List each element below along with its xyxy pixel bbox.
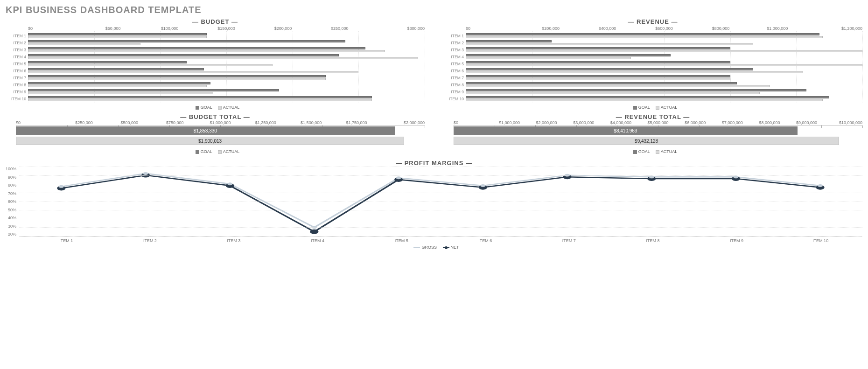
axis-tick: $0: [454, 120, 491, 125]
gross-line: [61, 174, 820, 227]
bar-row: ITEM 4: [28, 53, 425, 60]
axis-tick: $50,000: [84, 26, 141, 31]
revenue-title: REVENUE: [443, 18, 862, 25]
goal-bar: [466, 47, 730, 49]
legend-swatch-actual: [656, 150, 659, 154]
axis-tick: ITEM 10: [778, 238, 862, 243]
budget-total-legend: GOAL ACTUAL: [6, 149, 425, 154]
axis-tick: $750,000: [152, 120, 197, 125]
bar-row: ITEM 7: [28, 74, 425, 81]
budget-chart: BUDGET $0$50,000$100,000$150,000$200,000…: [6, 18, 425, 110]
actual-bar: [28, 64, 273, 66]
goal-bar: [466, 82, 737, 84]
goal-bar: [28, 61, 187, 63]
profit-x-axis: ITEM 1ITEM 2ITEM 3ITEM 4ITEM 5ITEM 6ITEM…: [24, 238, 862, 243]
axis-tick: $2,000,000: [379, 120, 425, 125]
goal-bar: [466, 33, 819, 35]
legend-swatch-net: [443, 247, 449, 248]
goal-bar: [28, 82, 210, 84]
revenue-total-legend: GOAL ACTUAL: [443, 149, 862, 154]
axis-tick: 30%: [6, 224, 16, 229]
category-label: ITEM 8: [6, 83, 26, 87]
revenue-total-goal-bar: $8,410,963: [454, 126, 798, 135]
axis-tick: 70%: [6, 191, 16, 196]
actual-bar: [466, 78, 730, 80]
axis-tick: $1,500,000: [288, 120, 334, 125]
axis-tick: ITEM 3: [192, 238, 276, 243]
bar-row: ITEM 10: [466, 95, 862, 102]
actual-bar: [28, 85, 207, 87]
axis-tick: $8,000,000: [751, 120, 788, 125]
legend-swatch-goal: [633, 150, 637, 154]
profit-margins-chart: PROFIT MARGINS 100%90%80%70%60%50%40%30%…: [6, 160, 862, 250]
category-label: ITEM 6: [443, 69, 464, 73]
axis-tick: 50%: [6, 208, 16, 212]
category-label: ITEM 10: [6, 97, 26, 101]
actual-bar: [466, 36, 823, 38]
revenue-total-chart: REVENUE TOTAL $0$1,000,000$2,000,000$3,0…: [443, 113, 862, 154]
legend-label-goal: GOAL: [201, 149, 212, 154]
budget-total-goal-bar: $1,853,330: [16, 126, 395, 135]
profit-y-axis: 100%90%80%70%60%50%40%30%20%: [6, 167, 19, 237]
actual-bar: [466, 64, 862, 66]
profit-legend: GROSS NET: [6, 245, 862, 250]
profit-title: PROFIT MARGINS: [6, 160, 862, 167]
gross-point: [480, 184, 485, 187]
category-label: ITEM 5: [6, 62, 26, 66]
axis-tick: $1,750,000: [334, 120, 379, 125]
profit-plot-area: [19, 167, 862, 237]
category-label: ITEM 6: [6, 69, 26, 73]
legend-label-goal: GOAL: [201, 105, 212, 110]
axis-tick: $100,000: [141, 26, 198, 31]
actual-bar: [28, 71, 358, 73]
axis-tick: $200,000: [255, 26, 311, 31]
bar-row: ITEM 8: [28, 81, 425, 88]
actual-bar: [466, 92, 760, 94]
category-label: ITEM 1: [443, 34, 464, 38]
axis-tick: 40%: [6, 216, 16, 220]
axis-tick: ITEM 7: [527, 238, 611, 243]
axis-tick: $150,000: [198, 26, 254, 31]
axis-tick: $10,000,000: [825, 120, 862, 125]
actual-bar: [28, 43, 140, 45]
legend-label-actual: ACTUAL: [661, 105, 678, 110]
bar-row: ITEM 2: [466, 39, 862, 46]
goal-bar: [466, 54, 671, 56]
axis-tick: $200,000: [522, 26, 579, 31]
bar-row: ITEM 4: [466, 53, 862, 60]
axis-tick: $0: [16, 120, 61, 125]
category-label: ITEM 5: [443, 62, 464, 66]
revenue-total-actual-bar: $9,432,128: [454, 137, 839, 145]
legend-swatch-goal: [196, 106, 199, 110]
revenue-chart: REVENUE $0$200,000$400,000$600,000$800,0…: [443, 18, 862, 110]
goal-bar: [28, 54, 339, 56]
actual-bar: [28, 57, 418, 59]
actual-bar: [466, 50, 862, 52]
goal-bar: [28, 40, 345, 42]
axis-tick: ITEM 6: [443, 238, 527, 243]
axis-tick: $4,000,000: [602, 120, 640, 125]
axis-tick: ITEM 4: [276, 238, 360, 243]
goal-bar: [466, 75, 730, 77]
gross-point: [143, 172, 148, 175]
bar-row: ITEM 1: [28, 32, 425, 39]
revenue-x-axis: $0$200,000$400,000$600,000$800,000$1,000…: [443, 26, 862, 31]
axis-tick: $3,000,000: [565, 120, 602, 125]
axis-tick: $5,000,000: [639, 120, 677, 125]
axis-tick: $2,000,000: [528, 120, 565, 125]
gross-point: [818, 184, 823, 187]
legend-label-goal: GOAL: [638, 149, 650, 154]
legend-label-gross: GROSS: [421, 245, 437, 250]
legend-label-goal: GOAL: [638, 105, 650, 110]
budget-total-x-axis: $0$250,000$500,000$750,000$1,000,000$1,2…: [16, 120, 425, 125]
axis-tick: $1,000,000: [491, 120, 528, 125]
net-point: [310, 230, 318, 234]
revenue-total-plot-area: $8,410,963 $9,432,128: [454, 125, 862, 147]
axis-tick: 80%: [6, 183, 16, 188]
category-label: ITEM 9: [6, 90, 26, 94]
page-title: KPI BUSINESS DASHBOARD TEMPLATE: [6, 5, 862, 15]
axis-tick: 20%: [6, 232, 16, 237]
bar-row: ITEM 3: [466, 46, 862, 53]
goal-bar: [28, 68, 204, 70]
axis-tick: $250,000: [61, 120, 106, 125]
